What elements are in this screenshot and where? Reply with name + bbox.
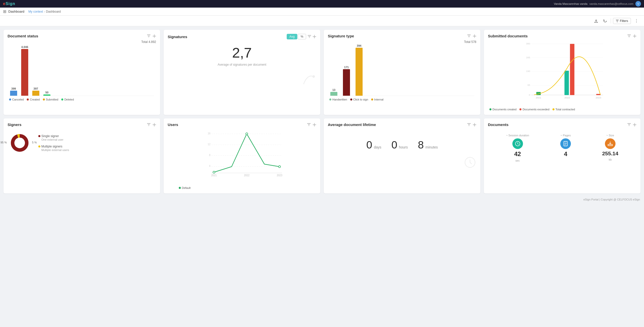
- lifetime-days-unit: days: [374, 145, 382, 149]
- signatures-card-main: Signatures Avg % 2,7 Average of signatur…: [164, 30, 320, 115]
- breadcrumb-current: Dashboard: [46, 10, 61, 13]
- avatar[interactable]: V: [635, 1, 641, 7]
- signers-card-main: Signers 95 % 5 %: [4, 118, 160, 193]
- settings-documents[interactable]: [633, 123, 636, 127]
- svg-point-44: [634, 124, 635, 125]
- documents-title-main: Documents: [488, 122, 509, 127]
- bar-internal-main: [356, 48, 363, 96]
- submitted-svg: 380 285 190 95 0: [500, 42, 635, 100]
- settings-signatures[interactable]: [313, 35, 316, 38]
- filter-signatures[interactable]: [308, 35, 311, 38]
- documents-stats-row: ~ Session duration 42 sec ~ Pages: [488, 129, 636, 167]
- donut-pct-right: 5 %: [32, 141, 37, 144]
- svg-text:12: 12: [208, 143, 211, 146]
- toggle-pct-main[interactable]: %: [298, 34, 306, 39]
- svg-point-1: [314, 36, 315, 37]
- sig-avg-main: 2,7: [168, 44, 316, 61]
- settings-users-main[interactable]: [313, 123, 316, 127]
- more-options-button[interactable]: ⋮: [633, 17, 640, 24]
- settings-signers[interactable]: [153, 123, 156, 127]
- svg-text:2023: 2023: [277, 174, 282, 177]
- doc-status-total-main: Total 4.892: [8, 40, 156, 44]
- filter-sig-type[interactable]: [467, 34, 471, 38]
- bar-submitted-main: [32, 91, 39, 96]
- submitted-docs-title-main: Submitted documents: [488, 34, 528, 38]
- users-card-main: Users 16 12 8 4: [164, 118, 320, 193]
- sig-icon-area: [168, 71, 316, 87]
- signers-title-main: Signers: [8, 122, 21, 127]
- lifetime-hours-main: 0 hours: [391, 139, 408, 151]
- svg-text:2022: 2022: [565, 96, 570, 99]
- stat-pages: ~ Pages 4: [560, 134, 571, 162]
- legend-sig-type-main: Handwritten Click to sign Internal: [328, 96, 476, 101]
- toolbar-divider: [611, 18, 611, 23]
- stat-size-icon: [605, 138, 616, 149]
- svg-point-2: [312, 75, 315, 78]
- svg-rect-50: [608, 144, 612, 146]
- bar-handwritten-main: [330, 92, 337, 96]
- logo: eSign: [3, 2, 15, 6]
- download-button[interactable]: [593, 18, 600, 24]
- svg-point-0: [154, 35, 155, 36]
- svg-text:285: 285: [526, 56, 530, 59]
- svg-text:190: 190: [526, 70, 530, 72]
- stat-size-label: ~ Size: [606, 134, 614, 137]
- svg-text:2021: 2021: [211, 174, 217, 177]
- svg-text:2022: 2022: [244, 174, 250, 177]
- svg-point-3: [474, 35, 475, 36]
- toggle-avg-main[interactable]: Avg: [287, 34, 297, 39]
- filter-avg-lifetime[interactable]: [467, 123, 471, 127]
- signer-multiple: Multiple signers Multiple external users: [38, 145, 69, 152]
- svg-point-38: [279, 166, 281, 168]
- dot-multiple: [38, 145, 40, 147]
- filter-submitted-main[interactable]: [627, 34, 631, 38]
- stat-session: ~ Session duration 42 sec: [506, 134, 529, 162]
- settings-submitted-main[interactable]: [633, 34, 636, 38]
- doc-status-bars: 399 4.046 397 50: [8, 45, 156, 96]
- sig-avg-label-main: Average of signatures per document: [168, 63, 316, 66]
- documents-card-main: Documents ~ Session duration: [484, 118, 640, 193]
- sig-type-bars: 13 171 394: [328, 45, 476, 96]
- filters-button[interactable]: Filters: [613, 18, 631, 24]
- stat-size-unit: kb: [609, 158, 612, 161]
- bar-canceled-main: [10, 91, 17, 96]
- stat-session-value: 42: [514, 150, 521, 158]
- svg-text:2021: 2021: [536, 96, 541, 99]
- sig-type-card-main: Signature type Total 578 13 171 394: [324, 30, 480, 115]
- filter-doc-status[interactable]: [147, 34, 151, 38]
- breadcrumb-home[interactable]: My context: [28, 10, 43, 13]
- svg-point-24: [13, 136, 27, 150]
- settings-sig-type[interactable]: [473, 34, 476, 38]
- bar-click-main: [343, 69, 350, 96]
- doc-status-card-main: Document status Total 4.892 399 4.046: [4, 30, 160, 115]
- svg-point-36: [213, 171, 215, 173]
- signer-single-sub: One external user: [38, 138, 69, 141]
- refresh-button[interactable]: [602, 18, 609, 24]
- footer-text: eSign Portal | Copyright @ CELFOCUS eSig…: [583, 198, 640, 201]
- settings-avg-lifetime[interactable]: [473, 123, 476, 127]
- settings-doc-status[interactable]: [153, 34, 156, 38]
- users-line-svg: 16 12 8 4 2021 2022 2023: [179, 131, 315, 177]
- donut-chart: [10, 133, 30, 153]
- page-title: Dashboard: [8, 10, 24, 13]
- filter-users-main[interactable]: [307, 123, 311, 127]
- users-chart-main: 16 12 8 4 2021 2022 2023: [168, 129, 316, 184]
- breadcrumb-bar: ⊞ Dashboard My context › Dashboard: [0, 8, 644, 16]
- stat-pages-label: ~ Pages: [561, 134, 571, 137]
- submitted-docs-card-main: Submitted documents 380 285 190 95 0: [484, 30, 640, 115]
- svg-point-37: [246, 133, 248, 135]
- lifetime-values: 0 days 0 hours 8 minutes: [328, 129, 476, 156]
- stat-session-label: ~ Session duration: [506, 134, 529, 137]
- lifetime-minutes-main: 8 minutes: [418, 139, 438, 151]
- svg-point-4: [634, 35, 635, 36]
- dashboard-grid: Document status Total 4.892 399 4.046: [0, 26, 644, 197]
- bar-created-main: [21, 49, 28, 96]
- stat-size-value: 255.14: [602, 150, 618, 157]
- filter-signers[interactable]: [147, 123, 151, 127]
- donut-pct-left: 95 %: [1, 141, 7, 144]
- filter-documents[interactable]: [627, 123, 631, 127]
- lifetime-days-num: 0: [366, 139, 372, 151]
- svg-text:4: 4: [209, 165, 211, 167]
- svg-text:0: 0: [529, 93, 530, 96]
- stat-session-icon: [512, 138, 523, 149]
